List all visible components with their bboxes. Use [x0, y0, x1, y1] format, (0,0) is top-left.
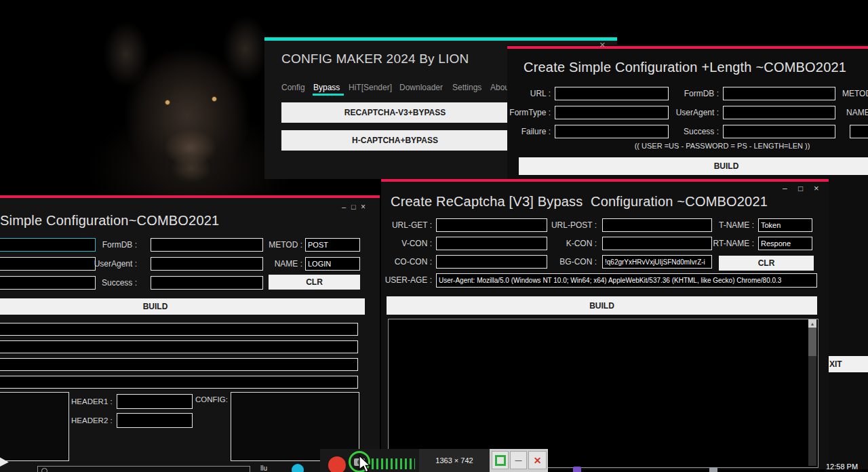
tab-hit-sender[interactable]: HiT[Sender] — [349, 83, 392, 92]
k-con-label: K-CON : — [548, 239, 597, 248]
tab-bypass[interactable]: Bypass — [313, 83, 340, 92]
clr-button[interactable]: CLR — [269, 275, 360, 290]
tab-config[interactable]: Config — [281, 83, 305, 92]
config-line-input[interactable] — [0, 358, 358, 371]
edge-cut-input[interactable] — [850, 125, 868, 138]
build-button[interactable]: BUILD — [519, 157, 868, 175]
name-label: NAME : — [269, 259, 302, 269]
failure-input[interactable] — [555, 125, 669, 138]
formdb-input[interactable] — [723, 87, 835, 100]
url-input[interactable] — [0, 238, 96, 252]
scrollbar-up-button[interactable]: ▲ — [808, 319, 816, 328]
close-icon[interactable]: × — [361, 203, 366, 211]
config-line-input[interactable] — [0, 340, 358, 353]
scrollbar-thumb[interactable] — [808, 328, 816, 356]
header1-label: HEADER1 : — [71, 397, 113, 406]
name-input[interactable] — [305, 257, 360, 271]
recaptcha-v3-bypass-button[interactable]: RECAPTCHA-V3+BYPASS — [281, 102, 509, 123]
clr-button[interactable]: CLR — [719, 256, 814, 271]
active-tab-underline — [313, 94, 344, 96]
stop-button[interactable] — [492, 451, 509, 469]
recaptcha-config-title-bar[interactable] — [381, 179, 829, 182]
length-hint-text: (( USER =US - PASSWORD = PS - LENGTH=LEN… — [553, 142, 868, 150]
header2-input[interactable] — [117, 413, 193, 428]
failure-input[interactable] — [0, 276, 96, 290]
recaptcha-config-title: Create ReCaptcha [V3] Bypass Configurati… — [391, 194, 768, 210]
taskbar-app-icon-teal[interactable] — [292, 464, 304, 472]
config-maker-title: CONFIG MAKER 2024 By LION — [281, 52, 469, 66]
length-config-title-bar[interactable] — [507, 46, 868, 49]
tray-icon-purple[interactable] — [573, 467, 581, 472]
bg-con-input[interactable] — [602, 255, 712, 269]
tray-icon-gray[interactable] — [709, 467, 717, 472]
config-line-input[interactable] — [0, 376, 358, 389]
t-name-input[interactable] — [758, 218, 812, 232]
config-maker-title-bar[interactable] — [264, 37, 617, 41]
recorder-close-button[interactable]: ✕ — [528, 451, 547, 469]
bg-con-label: BG-CON : — [548, 257, 597, 267]
v-con-label: V-CON : — [383, 239, 432, 248]
url-get-input[interactable] — [436, 218, 547, 232]
config-line-input[interactable] — [0, 323, 358, 336]
failure-label: Failure : — [502, 127, 551, 136]
partial-window-text: llu — [260, 465, 267, 472]
rt-name-input[interactable] — [758, 237, 812, 250]
formdb-label: FormDB : — [88, 240, 137, 250]
co-con-label: CO-CON : — [383, 257, 432, 267]
recorder-minimize-button[interactable]: — — [510, 451, 527, 469]
k-con-input[interactable] — [602, 237, 712, 250]
build-button[interactable]: BUILD — [0, 298, 365, 315]
url-get-label: URL-GET : — [383, 220, 432, 230]
record-button[interactable] — [328, 456, 346, 472]
header1-input[interactable] — [117, 394, 193, 409]
formtype-input[interactable] — [555, 106, 669, 119]
url-post-input[interactable] — [602, 218, 712, 232]
user-agent-input[interactable] — [436, 273, 817, 288]
formtype-label: FormType : — [494, 108, 551, 117]
user-age-label: USER-AGE : — [383, 275, 432, 285]
url-label: URL : — [502, 89, 551, 98]
tab-downloader[interactable]: Downloader — [399, 83, 443, 92]
url-input[interactable] — [555, 87, 669, 100]
build-button[interactable]: BUILD — [387, 296, 817, 315]
maximize-icon[interactable]: □ — [351, 203, 356, 211]
success-label: Success : — [88, 278, 137, 288]
metod-input[interactable] — [305, 238, 360, 252]
resolution-label: 1363 × 742 — [419, 449, 490, 472]
simple-config-title: Simple Configuration~COMBO2021 — [0, 213, 219, 229]
left-output-box — [0, 392, 69, 461]
url-post-label: URL-POST : — [548, 220, 597, 230]
simple-config-title-bar[interactable] — [0, 195, 380, 198]
header2-label: HEADER2 : — [71, 416, 113, 425]
success-label: Success : — [665, 127, 719, 136]
taskbar-search-box[interactable] — [37, 466, 250, 472]
tab-settings[interactable]: Settings — [452, 83, 481, 92]
useragent-input[interactable] — [723, 106, 835, 119]
close-icon[interactable]: × — [599, 41, 606, 49]
minimize-icon[interactable]: – — [783, 184, 787, 193]
name-label: NAME — [846, 108, 868, 117]
maximize-icon[interactable]: □ — [798, 184, 803, 193]
search-icon — [41, 468, 47, 472]
useragent-input[interactable] — [151, 257, 263, 271]
close-icon[interactable]: × — [814, 184, 819, 193]
desktop: CONFIG MAKER 2024 By LION Config Bypass … — [0, 0, 868, 472]
useragent-label: UserAgent : — [662, 108, 719, 117]
taskbar-clock[interactable]: 12:58 PM — [826, 463, 858, 471]
h-captcha-bypass-button[interactable]: H-CAPTCHA+BYPASS — [281, 130, 509, 151]
formdb-label: FormDB : — [665, 89, 719, 98]
formdb-input[interactable] — [151, 238, 263, 252]
success-input[interactable] — [723, 125, 835, 138]
rt-name-label: RT-NAME : — [712, 239, 754, 248]
t-name-label: T-NAME : — [712, 220, 754, 230]
mouse-cursor — [358, 454, 372, 472]
green-square-icon — [495, 455, 506, 466]
v-con-input[interactable] — [436, 237, 547, 250]
co-con-input[interactable] — [436, 255, 547, 269]
metod-label: METOD — [842, 89, 868, 98]
success-input[interactable] — [151, 276, 263, 290]
exit-button[interactable]: XIT — [829, 356, 868, 372]
useragent-label: UserAgent : — [80, 259, 137, 269]
minimize-icon[interactable]: – — [342, 203, 346, 211]
metod-label: METOD : — [269, 240, 302, 250]
